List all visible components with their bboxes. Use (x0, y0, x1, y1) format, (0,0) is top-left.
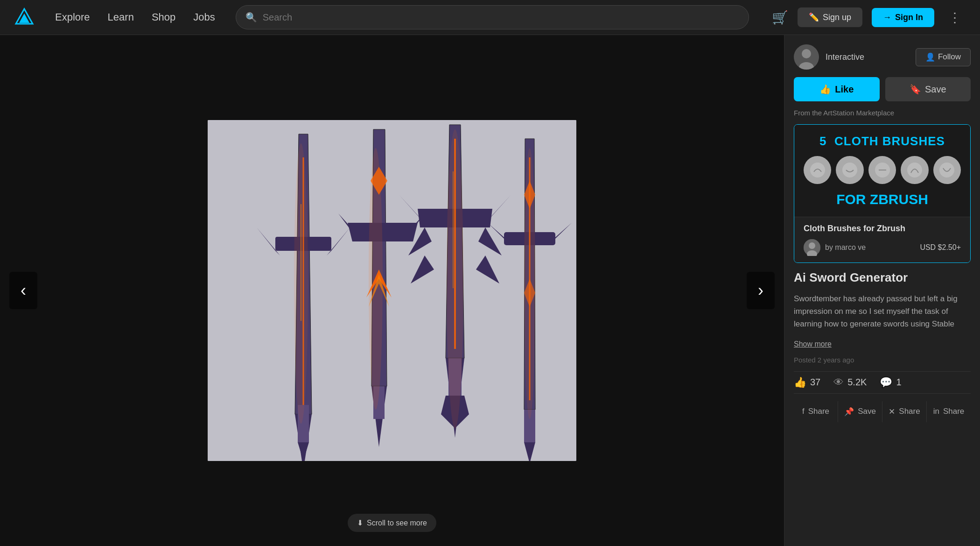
pinterest-save-button[interactable]: 📌 Save (838, 401, 882, 422)
nav-shop[interactable]: Shop (145, 7, 182, 27)
pinterest-icon: 📌 (844, 407, 854, 417)
views-icon: 👁 (833, 376, 844, 389)
action-buttons: 👍 Like 🔖 Save (794, 77, 971, 101)
facebook-icon: f (802, 407, 805, 416)
author-info: by marco ve (804, 239, 866, 256)
svg-point-62 (809, 242, 815, 249)
comments-icon: 💬 (880, 376, 892, 389)
svg-point-50 (447, 129, 463, 428)
nav-jobs[interactable]: Jobs (187, 7, 221, 27)
nav-learn[interactable]: Learn (101, 7, 140, 27)
likes-icon: 👍 (794, 376, 806, 389)
svg-point-53 (802, 49, 811, 58)
pencil-icon: ✏️ (809, 12, 819, 22)
artwork-description: Swordtember has already passed but left … (794, 292, 971, 331)
search-icon: 🔍 (245, 12, 257, 23)
chevron-left-icon: ‹ (21, 281, 26, 300)
signin-icon: → (883, 13, 891, 22)
artstation-logo[interactable] (14, 7, 35, 28)
author-name: by marco ve (825, 243, 866, 252)
svg-point-55 (810, 163, 825, 177)
brush-icons-row (804, 156, 961, 184)
svg-point-56 (842, 163, 857, 177)
brush-icon-4 (901, 156, 928, 184)
marketplace-label: From the ArtStation Marketplace (794, 109, 971, 117)
cloth-number: 5 (819, 134, 826, 148)
svg-point-59 (907, 163, 922, 177)
scroll-hint: ⬇ Scroll to see more (348, 514, 436, 532)
product-price: USD $2.50+ (920, 243, 961, 252)
product-title: Cloth Brushes for Zbrush (804, 224, 961, 234)
brush-icon-1 (804, 156, 831, 184)
sidebar: Interactive 👤 Follow 👍 Like 🔖 Save From … (784, 35, 980, 546)
author-avatar (804, 239, 820, 256)
posted-date: Posted 2 years ago (794, 356, 971, 364)
search-input[interactable] (263, 12, 739, 23)
twitter-icon: ✕ (889, 407, 895, 417)
twitter-share-button[interactable]: ✕ Share (882, 401, 927, 422)
comments-stat: 💬 1 (880, 376, 901, 389)
comments-count: 1 (896, 377, 901, 388)
marketplace-card-body: Cloth Brushes for Zbrush by marco ve USD… (794, 217, 970, 262)
for-zbrush-label: FOR ZBRUSH (804, 191, 961, 207)
signin-button[interactable]: → Sign In (872, 8, 934, 27)
svg-point-60 (939, 163, 954, 177)
nav-explore[interactable]: Explore (49, 7, 97, 27)
next-image-button[interactable]: › (747, 272, 775, 309)
brush-icon-2 (836, 156, 863, 184)
marketplace-card[interactable]: 5 CLOTH BRUSHES (794, 124, 971, 263)
follow-icon: 👤 (925, 52, 935, 62)
main-content: ‹ (0, 0, 980, 546)
more-options-icon[interactable]: ⋮ (944, 10, 966, 25)
image-area: ‹ (0, 35, 784, 546)
main-nav: Explore Learn Shop Jobs (49, 7, 222, 27)
views-stat: 👁 5.2K (833, 376, 867, 389)
bookmark-icon: 🔖 (910, 84, 921, 95)
artwork-title: Ai Sword Generator (794, 270, 971, 285)
stats-row: 👍 37 👁 5.2K 💬 1 (794, 371, 971, 394)
facebook-share-button[interactable]: f Share (794, 401, 838, 422)
marketplace-card-header: 5 CLOTH BRUSHES (794, 125, 970, 217)
scroll-icon: ⬇ (357, 518, 363, 527)
artwork-image (208, 120, 576, 461)
follow-button[interactable]: 👤 Follow (916, 48, 971, 66)
header: Explore Learn Shop Jobs 🔍 🛒 ✏️ Sign up →… (0, 0, 980, 35)
linkedin-icon: in (933, 407, 939, 416)
cloth-brushes-title: 5 CLOTH BRUSHES (804, 134, 961, 149)
share-row: f Share 📌 Save ✕ Share in Share (794, 401, 971, 422)
svg-marker-16 (348, 223, 418, 241)
cart-icon[interactable]: 🛒 (772, 10, 788, 25)
chevron-right-icon: › (758, 281, 763, 300)
search-bar[interactable]: 🔍 (236, 5, 749, 29)
artist-name: Interactive (826, 52, 864, 62)
likes-count: 37 (810, 377, 820, 388)
brush-icon-3 (868, 156, 896, 184)
likes-stat: 👍 37 (794, 376, 820, 389)
svg-point-49 (369, 148, 383, 410)
svg-point-51 (524, 148, 535, 419)
signup-button[interactable]: ✏️ Sign up (798, 7, 862, 27)
author-row: by marco ve USD $2.50+ (804, 239, 961, 256)
like-icon: 👍 (819, 84, 831, 95)
prev-image-button[interactable]: ‹ (9, 272, 37, 309)
artist-avatar[interactable] (794, 44, 819, 70)
svg-rect-2 (208, 120, 576, 461)
svg-point-48 (294, 143, 308, 424)
linkedin-share-button[interactable]: in Share (927, 401, 971, 422)
artist-row: Interactive 👤 Follow (794, 44, 971, 70)
header-right: 🛒 ✏️ Sign up → Sign In ⋮ (772, 7, 966, 27)
show-more-link[interactable]: Show more (794, 340, 971, 348)
views-count: 5.2K (847, 377, 867, 388)
like-button[interactable]: 👍 Like (794, 77, 880, 101)
brush-icon-5 (933, 156, 961, 184)
save-button[interactable]: 🔖 Save (885, 77, 971, 101)
